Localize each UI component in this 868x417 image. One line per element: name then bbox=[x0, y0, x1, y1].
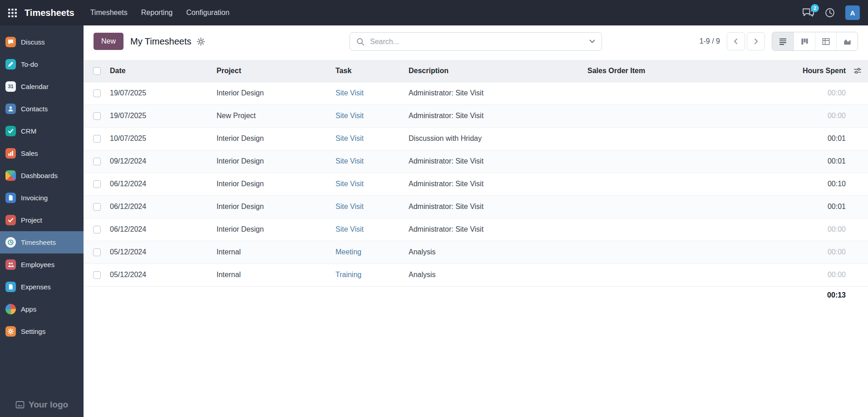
table-row[interactable]: 09/12/2024Interior DesignSite VisitAdmin… bbox=[84, 150, 868, 173]
column-header-sales-order-item[interactable]: Sales Order Item bbox=[587, 60, 764, 82]
kanban-view-button[interactable] bbox=[794, 32, 815, 50]
cell-task: Training bbox=[335, 263, 409, 286]
sidebar-item-to-do[interactable]: To-do bbox=[0, 53, 84, 75]
topnav-item-reporting[interactable]: Reporting bbox=[135, 5, 178, 21]
optional-columns-button[interactable] bbox=[850, 67, 864, 75]
list-view-button[interactable] bbox=[772, 32, 794, 50]
cell-description: Analysis bbox=[409, 241, 587, 263]
column-header-hours-spent[interactable]: Hours Spent bbox=[764, 60, 850, 82]
topnav-item-timesheets[interactable]: Timesheets bbox=[84, 5, 133, 21]
cell-sales-order-item bbox=[587, 263, 764, 286]
apps-grid-icon[interactable] bbox=[0, 8, 25, 18]
table-row[interactable]: 05/12/2024InternalTrainingAnalysis00:00 bbox=[84, 263, 868, 286]
cell-task: Site Visit bbox=[335, 150, 409, 173]
sidebar-item-invoicing[interactable]: Invoicing bbox=[0, 187, 84, 209]
settings-icon bbox=[5, 326, 16, 337]
sidebar-item-contacts[interactable]: Contacts bbox=[0, 98, 84, 120]
logo-image-icon bbox=[15, 400, 25, 409]
cell-end bbox=[850, 82, 868, 104]
row-checkbox[interactable] bbox=[93, 89, 101, 97]
task-link[interactable]: Site Visit bbox=[335, 89, 364, 97]
row-checkbox[interactable] bbox=[93, 158, 101, 165]
sidebar-item-label: To-do bbox=[21, 60, 38, 68]
sidebar-item-employees[interactable]: Employees bbox=[0, 253, 84, 276]
sidebar-item-apps[interactable]: Apps bbox=[0, 298, 84, 320]
task-link[interactable]: Site Visit bbox=[335, 180, 364, 188]
user-avatar[interactable]: A bbox=[845, 5, 860, 20]
table-row[interactable]: 06/12/2024Interior DesignSite VisitAdmin… bbox=[84, 173, 868, 195]
sidebar-item-label: Expenses bbox=[21, 283, 51, 291]
cell-date: 19/07/2025 bbox=[110, 104, 217, 127]
column-header-project[interactable]: Project bbox=[217, 60, 335, 82]
app-title[interactable]: Timesheets bbox=[25, 8, 74, 18]
task-link[interactable]: Site Visit bbox=[335, 225, 364, 233]
sidebar-item-expenses[interactable]: Expenses bbox=[0, 276, 84, 298]
cell-sales-order-item bbox=[587, 104, 764, 127]
search-dropdown-toggle[interactable] bbox=[582, 33, 602, 50]
cell-project: Internal bbox=[217, 263, 335, 286]
page-title[interactable]: My Timesheets bbox=[130, 36, 191, 47]
topnav-item-configuration[interactable]: Configuration bbox=[180, 5, 235, 21]
sidebar-item-timesheets[interactable]: Timesheets bbox=[0, 231, 84, 253]
cell-task: Site Visit bbox=[335, 195, 409, 218]
sidebar-item-sales[interactable]: Sales bbox=[0, 142, 84, 164]
row-checkbox[interactable] bbox=[93, 112, 101, 120]
task-link[interactable]: Site Visit bbox=[335, 157, 364, 165]
new-button[interactable]: New bbox=[94, 33, 123, 50]
task-link[interactable]: Site Visit bbox=[335, 112, 364, 119]
cell-hours: 00:01 bbox=[764, 127, 850, 150]
row-checkbox[interactable] bbox=[93, 226, 101, 233]
cell-project: Interior Design bbox=[217, 150, 335, 173]
pager-previous-button[interactable] bbox=[727, 32, 745, 50]
table-row[interactable]: 19/07/2025New ProjectSite VisitAdministr… bbox=[84, 104, 868, 127]
task-link[interactable]: Meeting bbox=[335, 248, 361, 256]
table-row[interactable]: 05/12/2024InternalMeetingAnalysis00:00 bbox=[84, 241, 868, 263]
select-all-checkbox[interactable] bbox=[93, 67, 101, 75]
search-bar bbox=[350, 32, 602, 51]
cell-sales-order-item bbox=[587, 173, 764, 195]
table-row[interactable]: 06/12/2024Interior DesignSite VisitAdmin… bbox=[84, 218, 868, 241]
view-switcher bbox=[772, 32, 858, 51]
cell-hours: 00:00 bbox=[764, 218, 850, 241]
sidebar-item-dashboards[interactable]: Dashboards bbox=[0, 164, 84, 187]
pivot-view-button[interactable] bbox=[815, 32, 836, 50]
actions-menu-button[interactable] bbox=[197, 37, 205, 46]
task-link[interactable]: Training bbox=[335, 271, 361, 278]
calendar-icon: 31 bbox=[5, 81, 16, 92]
table-row[interactable]: 06/12/2024Interior DesignSite VisitAdmin… bbox=[84, 195, 868, 218]
cell-date: 09/12/2024 bbox=[110, 150, 217, 173]
row-checkbox[interactable] bbox=[93, 203, 101, 211]
sidebar-item-label: Timesheets bbox=[21, 238, 56, 246]
row-checkbox[interactable] bbox=[93, 135, 101, 143]
table-row[interactable]: 10/07/2025Interior DesignSite VisitDiscu… bbox=[84, 127, 868, 150]
chevron-right-icon bbox=[753, 38, 759, 45]
kanban-view-icon bbox=[800, 37, 809, 46]
sidebar-item-project[interactable]: Project bbox=[0, 209, 84, 231]
cell-date: 06/12/2024 bbox=[110, 195, 217, 218]
table-row[interactable]: 19/07/2025Interior DesignSite VisitAdmin… bbox=[84, 82, 868, 104]
task-link[interactable]: Site Visit bbox=[335, 203, 364, 210]
sidebar: DiscussTo-do31CalendarContactsCRMSalesDa… bbox=[0, 25, 84, 417]
cell-date: 06/12/2024 bbox=[110, 173, 217, 195]
row-checkbox[interactable] bbox=[93, 180, 101, 188]
column-header-date[interactable]: Date bbox=[110, 60, 217, 82]
cell-description: Discussion with Hriday bbox=[409, 127, 587, 150]
sidebar-item-discuss[interactable]: Discuss bbox=[0, 31, 84, 53]
messages-button[interactable]: 2 bbox=[802, 8, 814, 18]
sidebar-item-calendar[interactable]: 31Calendar bbox=[0, 75, 84, 98]
sidebar-item-settings[interactable]: Settings bbox=[0, 320, 84, 343]
cell-end bbox=[850, 150, 868, 173]
sidebar-item-crm[interactable]: CRM bbox=[0, 120, 84, 142]
messages-badge: 2 bbox=[811, 4, 819, 12]
activities-button[interactable] bbox=[824, 7, 835, 18]
column-header-task[interactable]: Task bbox=[335, 60, 409, 82]
graph-view-icon bbox=[843, 37, 852, 46]
row-checkbox[interactable] bbox=[93, 271, 101, 279]
cell-project: Internal bbox=[217, 241, 335, 263]
pager-next-button[interactable] bbox=[747, 32, 765, 50]
row-checkbox[interactable] bbox=[93, 248, 101, 256]
task-link[interactable]: Site Visit bbox=[335, 134, 364, 142]
graph-view-button[interactable] bbox=[836, 32, 858, 50]
column-header-description[interactable]: Description bbox=[409, 60, 587, 82]
search-input[interactable] bbox=[369, 37, 582, 46]
